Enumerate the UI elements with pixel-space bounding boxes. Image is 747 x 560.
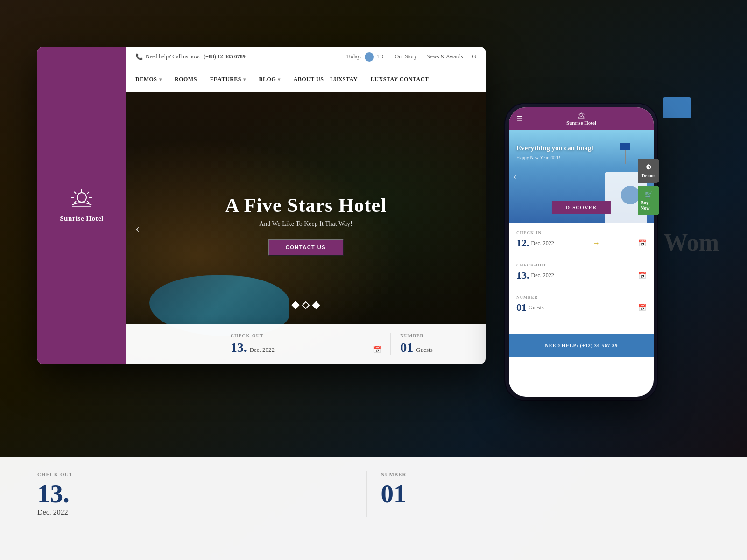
desktop-brand-name: Sunrise Hotel xyxy=(60,214,104,224)
mobile-guests-value: 01 Guests 📅 xyxy=(516,301,646,314)
svg-point-9 xyxy=(580,113,583,116)
sun-logo-icon xyxy=(68,187,96,210)
mobile-checkout-label: CHECK-OUT xyxy=(516,263,646,267)
today-label: Today: xyxy=(346,53,361,60)
slider-dots xyxy=(293,302,319,308)
mobile-hero-text: Everything you can imagi Happy New Year … xyxy=(516,144,602,160)
svg-line-5 xyxy=(74,192,76,194)
desktop-navbar: DEMOS ▾ ROOMS FEATURES ▾ BLOG ▾ ABOUT US… xyxy=(126,67,486,92)
checkout-month: Dec. 2022 xyxy=(250,346,275,354)
svg-line-13 xyxy=(583,116,584,117)
more-link[interactable]: G xyxy=(472,53,476,60)
mobile-help-text: NEED HELP: (+12) 34-567-89 xyxy=(545,343,618,348)
checkout-label: CHECK-OUT xyxy=(231,333,381,338)
our-story-link[interactable]: Our Story xyxy=(395,53,417,60)
mobile-checkin-field[interactable]: CHECK-IN 12. Dec. 2022 → 📅 xyxy=(516,231,646,256)
bottom-checkout-label: CHECK OUT xyxy=(37,471,352,477)
nav-demos[interactable]: DEMOS ▾ xyxy=(135,76,162,83)
desktop-hero: A Five Stars Hotel And We Like To Keep I… xyxy=(126,92,486,364)
flag-icon xyxy=(620,143,630,150)
news-awards-link[interactable]: News & Awards xyxy=(426,53,463,60)
mobile-topbar: ☰ Sunrise Hotel xyxy=(509,107,654,130)
number-label: NUMBER xyxy=(400,333,486,338)
mobile-guests-label: Guests xyxy=(529,304,544,311)
nav-blog[interactable]: BLOG ▾ xyxy=(259,76,280,83)
mobile-booking: CHECK-IN 12. Dec. 2022 → 📅 CHECK-OUT 13.… xyxy=(509,223,654,334)
contact-us-button[interactable]: CONTACT US xyxy=(268,239,344,256)
slider-dot-3[interactable] xyxy=(312,301,320,309)
mobile-checkout-field[interactable]: CHECK-OUT 13. Dec. 2022 📅 xyxy=(516,263,646,288)
mobile-checkin-value: 12. Dec. 2022 → 📅 xyxy=(516,237,646,249)
nav-about[interactable]: ABOUT US – LUXSTAY xyxy=(294,76,358,83)
guests-number: 01 xyxy=(400,340,413,355)
bottom-guests-value: 01 xyxy=(381,481,696,506)
demos-button[interactable]: ⚙ Demos xyxy=(638,159,659,183)
mobile-logo: Sunrise Hotel xyxy=(566,112,596,126)
mobile-hero-headline: Everything you can imagi xyxy=(516,144,602,153)
checkin-field[interactable]: CHECK-IN 12. Dec. 2022 → xyxy=(126,333,221,355)
mobile-guests-num: 01 xyxy=(516,301,527,314)
bottom-guests-num: 01 xyxy=(381,481,407,506)
blog-dropdown-arrow: ▾ xyxy=(278,77,281,82)
bottom-checkout-field: CHECK OUT 13. Dec. 2022 xyxy=(37,471,367,517)
flag-pole-stick xyxy=(625,150,626,164)
bottom-peek-section: CHECK OUT 13. Dec. 2022 NUMBER 01 xyxy=(0,457,747,560)
desktop-logo: Sunrise Hotel xyxy=(60,187,104,224)
bottom-number-field: NUMBER 01 xyxy=(367,471,710,506)
mobile-checkout-day: 13. xyxy=(516,269,529,281)
dome-decoration xyxy=(621,186,640,204)
mobile-discover-button[interactable]: DISCOVER xyxy=(552,201,611,214)
temperature: 1°C xyxy=(377,53,386,60)
guests-field[interactable]: NUMBER 01 Guests 📅 xyxy=(391,333,486,355)
svg-line-14 xyxy=(579,113,579,113)
topbar-nav: Our Story News & Awards G xyxy=(395,53,476,60)
hero-headline: A Five Stars Hotel xyxy=(225,194,387,217)
mobile-checkout-value: 13. Dec. 2022 📅 xyxy=(516,269,646,281)
svg-line-2 xyxy=(87,192,89,194)
bottom-checkout-month: Dec. 2022 xyxy=(37,508,352,517)
phone-number: (+88) 12 345 6789 xyxy=(204,53,246,60)
checkout-day: 13. xyxy=(231,340,247,355)
mobile-menu-icon[interactable]: ☰ xyxy=(516,114,523,123)
guests-text: Guests xyxy=(416,346,432,354)
bottom-checkout-day: 13. xyxy=(37,481,70,506)
guests-value: 01 Guests 📅 xyxy=(400,340,486,355)
mobile-sun-icon xyxy=(576,112,586,120)
buynow-button[interactable]: 🛒 Buy Now xyxy=(638,186,659,215)
desktop-sidebar: Sunrise Hotel xyxy=(37,47,126,364)
nav-contact[interactable]: LUXSTAY CONTACT xyxy=(371,76,429,83)
mobile-number-label: NUMBER xyxy=(516,295,646,300)
help-text: Need help? Call us now: xyxy=(146,53,201,60)
checkout-value: 13. Dec. 2022 📅 xyxy=(231,340,381,355)
prev-slide-button[interactable]: ‹ xyxy=(135,221,140,236)
slider-dot-1[interactable] xyxy=(292,301,300,309)
demos-dropdown-arrow: ▾ xyxy=(159,77,162,82)
mobile-prev-button[interactable]: ‹ xyxy=(514,171,517,182)
mobile-brand-name: Sunrise Hotel xyxy=(566,120,596,126)
desktop-mockup: Sunrise Hotel 📞 Need help? Call us now: … xyxy=(37,47,486,364)
mobile-checkin-month: Dec. 2022 xyxy=(531,240,554,247)
mobile-hero-subheadline: Happy New Year 2021! xyxy=(516,155,602,160)
mobile-bottom-bar: NEED HELP: (+12) 34-567-89 xyxy=(509,334,654,357)
hero-text-container: A Five Stars Hotel And We Like To Keep I… xyxy=(225,194,387,256)
checkin-value: 12. Dec. 2022 → xyxy=(126,340,211,355)
wom-partial-text: Wom xyxy=(664,229,719,256)
mobile-mockup: ☰ Sunrise Hotel xyxy=(509,107,654,397)
demos-label: Demos xyxy=(642,173,655,178)
bottom-number-label: NUMBER xyxy=(381,471,696,477)
slider-dot-2[interactable] xyxy=(302,301,310,309)
nav-rooms[interactable]: ROOMS xyxy=(175,76,197,83)
mobile-checkin-cal-icon: 📅 xyxy=(638,239,646,247)
bottom-checkout-value: 13. xyxy=(37,481,352,506)
buynow-cart-icon: 🛒 xyxy=(645,190,653,198)
mobile-checkin-label: CHECK-IN xyxy=(516,231,646,235)
mobile-guests-field[interactable]: NUMBER 01 Guests 📅 xyxy=(516,295,646,320)
mobile-checkout-cal-icon: 📅 xyxy=(638,272,646,280)
nav-features[interactable]: FEATURES ▾ xyxy=(210,76,246,83)
hero-subheadline: And We Like To Keep It That Way! xyxy=(225,220,387,228)
mobile-date-arrow: → xyxy=(554,239,638,247)
checkout-field[interactable]: CHECK-OUT 13. Dec. 2022 📅 xyxy=(221,333,391,355)
svg-line-7 xyxy=(74,201,76,203)
svg-point-0 xyxy=(77,193,86,202)
svg-line-11 xyxy=(583,113,584,113)
